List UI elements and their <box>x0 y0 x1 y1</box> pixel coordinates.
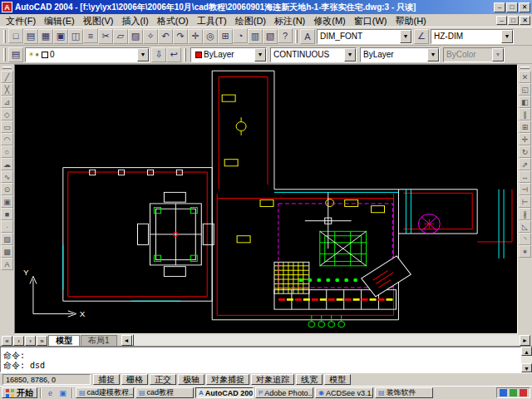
menu-window[interactable]: 窗口(W) <box>350 14 392 27</box>
drawing-canvas[interactable]: Y X <box>14 64 518 334</box>
zoom-realtime-icon[interactable]: ◎ <box>203 29 218 44</box>
grid-toggle[interactable]: 栅格 <box>121 374 148 385</box>
menu-view[interactable]: 视图(V) <box>79 14 118 27</box>
revision-cloud-icon[interactable]: ☁ <box>1 158 13 170</box>
menu-modify[interactable]: 修改(M) <box>309 14 350 27</box>
task-photoshop[interactable]: PAdobe Photo.. <box>255 387 313 398</box>
doc-restore-button[interactable]: □ <box>508 16 519 25</box>
snap-toggle[interactable]: 捕捉 <box>93 374 120 385</box>
tab-model[interactable]: 模型 <box>48 335 80 346</box>
rectangle-icon[interactable]: ▭ <box>1 121 13 133</box>
ortho-toggle[interactable]: 正交 <box>150 374 176 385</box>
menu-help[interactable]: 帮助(H) <box>392 14 431 27</box>
start-button[interactable]: 开始 <box>2 387 37 398</box>
ie-quicklaunch-icon[interactable]: e <box>44 387 57 398</box>
toolbar-grip[interactable] <box>184 48 186 62</box>
zoom-window-icon[interactable]: ⊞ <box>218 29 233 44</box>
chamfer-icon[interactable]: ◺ <box>519 220 531 233</box>
menu-tools[interactable]: 工具(T) <box>193 14 231 27</box>
task-cad-modeling-tutorial[interactable]: ▤cad建模教程.. <box>76 387 134 398</box>
toolbar-grip[interactable] <box>520 66 530 69</box>
show-desktop-icon[interactable]: ▣ <box>57 387 69 398</box>
menu-format[interactable]: 格式(O) <box>153 14 193 27</box>
task-acdsee[interactable]: ◉ACDSee v3.1.. <box>315 387 373 398</box>
text-style-combo[interactable]: DIM_FONT ▼ <box>317 29 412 44</box>
polar-toggle[interactable]: 极轴 <box>178 374 204 385</box>
scroll-track[interactable] <box>521 356 532 363</box>
stretch-icon[interactable]: ↔ <box>519 170 531 183</box>
redo-icon[interactable]: ↷ <box>173 29 188 44</box>
scroll-left-icon[interactable]: ◄ <box>121 335 132 346</box>
construction-line-icon[interactable]: ╳ <box>1 83 13 96</box>
chevron-down-icon[interactable]: ▼ <box>427 48 439 62</box>
doc-close-button[interactable]: ✕ <box>520 16 530 25</box>
osnap-toggle[interactable]: 对象捕捉 <box>206 374 249 385</box>
otrack-toggle[interactable]: 对象追踪 <box>251 374 294 385</box>
hatch-icon[interactable]: ▨ <box>1 233 13 245</box>
horizontal-scrollbar[interactable]: ◄ ► <box>121 335 530 346</box>
minimize-button[interactable]: – <box>494 2 505 12</box>
layer-properties-manager-icon[interactable]: ▤ <box>8 47 23 62</box>
erase-icon[interactable]: ✕ <box>519 71 531 83</box>
tab-nav-first-icon[interactable]: « <box>2 336 12 346</box>
menu-dimension[interactable]: 标注(N) <box>270 14 309 27</box>
move-icon[interactable]: ✛ <box>519 133 531 145</box>
qnew-icon[interactable]: □ <box>8 28 23 43</box>
lineweight-toggle[interactable]: 线宽 <box>296 374 323 385</box>
chevron-down-icon[interactable]: ▼ <box>344 48 356 62</box>
dim-style-combo[interactable]: HZ-DIM ▼ <box>431 29 514 44</box>
menu-insert[interactable]: 插入(I) <box>117 14 152 27</box>
cut-icon[interactable]: ✂ <box>98 29 113 44</box>
plot-icon[interactable]: ▣ <box>53 29 68 44</box>
chevron-down-icon[interactable]: ▼ <box>400 30 411 43</box>
scroll-thumb[interactable] <box>132 334 134 346</box>
copy-icon[interactable]: ◱ <box>519 83 531 96</box>
ellipse-icon[interactable]: ⊙ <box>1 183 13 195</box>
zoom-previous-icon[interactable]: ◔ <box>233 28 248 43</box>
plot-preview-icon[interactable]: ◫ <box>68 29 83 44</box>
rotate-icon[interactable]: ↻ <box>519 145 531 158</box>
tab-layout1[interactable]: 布局1 <box>81 335 117 346</box>
tray-icon-1[interactable] <box>500 389 507 397</box>
extend-icon[interactable]: ⊢ <box>519 195 531 208</box>
tab-nav-next-icon[interactable]: › <box>25 336 36 346</box>
scroll-track[interactable] <box>132 335 520 346</box>
color-control-combo[interactable]: ByLayer ▼ <box>190 47 267 62</box>
region-icon[interactable]: ▩ <box>1 245 13 258</box>
polygon-icon[interactable]: ◇ <box>1 108 13 121</box>
restore-button[interactable]: □ <box>506 2 518 12</box>
open-icon[interactable]: ▤ <box>23 29 38 44</box>
mtext-icon[interactable]: A <box>1 258 13 270</box>
explode-icon[interactable]: ✶ <box>519 245 531 258</box>
scroll-down-icon[interactable]: ▼ <box>521 363 532 372</box>
model-toggle[interactable]: 模型 <box>324 374 351 385</box>
command-scrollbar[interactable]: ▲ ▼ <box>521 347 532 372</box>
toolbar-grip[interactable] <box>2 66 12 69</box>
undo-icon[interactable]: ↶ <box>158 29 173 44</box>
polyline-icon[interactable]: ⊿ <box>1 96 13 108</box>
toolbar-grip[interactable] <box>3 30 6 43</box>
chevron-down-icon[interactable]: ▼ <box>501 30 513 43</box>
scroll-right-icon[interactable]: ► <box>520 335 530 346</box>
close-button[interactable]: ✕ <box>519 2 530 12</box>
menu-edit[interactable]: 编辑(E) <box>40 14 79 27</box>
circle-icon[interactable]: ○ <box>1 145 13 158</box>
array-icon[interactable]: ⊞ <box>519 121 531 133</box>
make-block-icon[interactable]: ■ <box>1 208 13 220</box>
paste-icon[interactable]: ▨ <box>128 29 143 44</box>
chevron-down-icon[interactable]: ▼ <box>254 48 266 62</box>
designcenter-icon[interactable]: ▧ <box>263 29 278 44</box>
break-icon[interactable]: ∦ <box>519 208 531 220</box>
doc-minimize-button[interactable]: – <box>496 16 507 25</box>
pan-realtime-icon[interactable]: ✛ <box>188 29 203 44</box>
tray-icon-2[interactable] <box>510 389 517 397</box>
save-icon[interactable]: ▦ <box>38 29 53 44</box>
tab-nav-last-icon[interactable]: » <box>37 336 47 346</box>
task-cad-tutorial[interactable]: ▤cad教程 <box>135 387 194 398</box>
make-object-layer-current-icon[interactable]: ⇩ <box>151 47 166 62</box>
fillet-icon[interactable]: ◝ <box>519 233 531 245</box>
menu-file[interactable]: 文件(F) <box>2 14 40 27</box>
scroll-up-icon[interactable]: ▲ <box>521 347 532 356</box>
command-history[interactable]: 命令:命令: dsd <box>0 347 521 372</box>
copy-clip-icon[interactable]: ▱ <box>113 29 128 44</box>
